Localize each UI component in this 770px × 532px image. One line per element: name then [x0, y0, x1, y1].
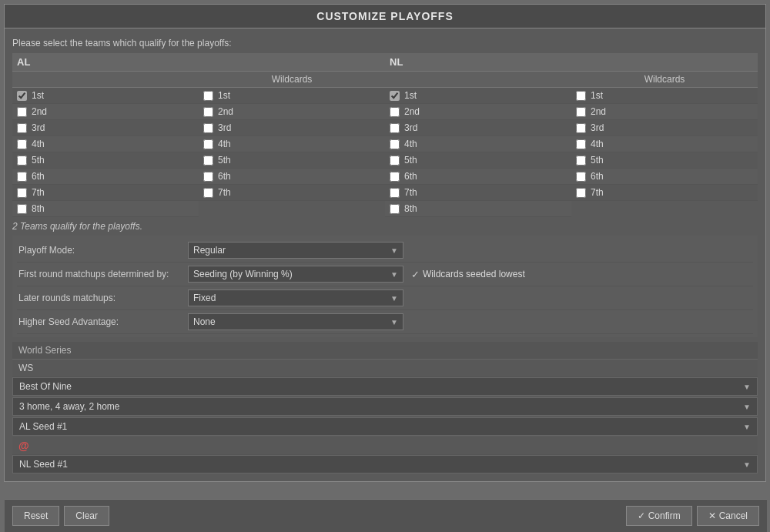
later-rounds-dropdown[interactable]: Fixed ▼ [188, 289, 403, 306]
playoff-mode-row: Playoff Mode: Regular ▼ [17, 239, 753, 263]
al-wc-row-5: 5th [199, 152, 385, 169]
chevron-down-icon: ▼ [743, 460, 751, 469]
al-wc-6th-checkbox[interactable] [203, 172, 213, 182]
higher-seed-label: Higher Seed Advantage: [18, 316, 188, 327]
al-wildcards-header: Wildcards [199, 72, 385, 88]
al-div-2nd-checkbox[interactable] [17, 107, 27, 117]
later-rounds-label: Later rounds matchups: [18, 293, 188, 303]
nl-division-row-6: 6th [385, 169, 571, 185]
clear-button[interactable]: Clear [64, 506, 109, 526]
al-div-3rd-checkbox[interactable] [17, 123, 27, 133]
chevron-down-icon: ▼ [390, 246, 398, 255]
nl-div-4th-checkbox[interactable] [390, 139, 400, 149]
world-series-abbr: WS [12, 360, 758, 377]
al-division-row-3: 3rd [12, 120, 199, 136]
world-series-section: World Series WS Best Of Nine ▼ 3 home, 4… [12, 342, 758, 473]
team1-value: AL Seed #1 [19, 421, 67, 432]
nl-wc-2nd-checkbox[interactable] [576, 107, 586, 117]
team2-dropdown[interactable]: NL Seed #1 ▼ [12, 455, 758, 473]
nl-division-row-2: 2nd [385, 104, 571, 120]
cancel-label: Cancel [719, 510, 748, 521]
first-round-dropdown[interactable]: Seeding (by Winning %) ▼ [188, 266, 403, 283]
nl-div-2nd-checkbox[interactable] [390, 107, 400, 117]
nl-div-5th-checkbox[interactable] [390, 156, 400, 166]
al-wc-row-1: 1st [199, 88, 385, 104]
al-wc-2nd-checkbox[interactable] [203, 107, 213, 117]
al-division-row-6: 6th [12, 169, 199, 185]
schedule-value: 3 home, 4 away, 2 home [19, 401, 120, 412]
nl-wc-7th-checkbox[interactable] [576, 188, 586, 198]
nl-div-3rd-checkbox[interactable] [390, 123, 400, 133]
wildcard-seeded-label: Wildcards seeded lowest [423, 269, 525, 279]
nl-div-7th-checkbox[interactable] [390, 188, 400, 198]
best-of-value: Best Of Nine [19, 381, 72, 392]
nl-division-row-8: 8th [385, 201, 571, 217]
al-wc-row-6: 6th [199, 169, 385, 185]
al-wc-7th-checkbox[interactable] [203, 188, 213, 198]
first-round-value: Seeding (by Winning %) [193, 269, 293, 279]
al-division-row-2: 2nd [12, 104, 199, 120]
chevron-down-icon: ▼ [743, 403, 751, 411]
reset-button[interactable]: Reset [12, 506, 59, 526]
nl-wc-3rd-checkbox[interactable] [576, 123, 586, 133]
higher-seed-row: Higher Seed Advantage: None ▼ [17, 310, 753, 334]
schedule-dropdown[interactable]: 3 home, 4 away, 2 home ▼ [12, 397, 758, 416]
higher-seed-dropdown[interactable]: None ▼ [188, 313, 403, 330]
al-div-5th-checkbox[interactable] [17, 156, 27, 166]
team2-value: NL Seed #1 [19, 459, 68, 470]
al-wc-row-3: 3rd [199, 120, 385, 136]
al-wc-row-2: 2nd [199, 104, 385, 120]
nl-wc-row-6: 6th [571, 169, 758, 185]
check-icon: ✓ [411, 269, 420, 280]
qualify-count: 2 Teams qualify for the playoffs. [12, 217, 758, 234]
al-div-4th-checkbox[interactable] [17, 139, 27, 149]
nl-league-header: NL [385, 53, 758, 72]
team1-dropdown[interactable]: AL Seed #1 ▼ [12, 417, 758, 436]
al-wc-5th-checkbox[interactable] [203, 156, 213, 166]
nl-wc-6th-checkbox[interactable] [576, 172, 586, 182]
nl-wc-1st-checkbox[interactable] [576, 91, 586, 101]
al-wc-1st-checkbox[interactable] [203, 91, 213, 101]
al-div-6th-checkbox[interactable] [17, 172, 27, 182]
nl-wc-row-2: 2nd [571, 104, 758, 120]
wildcard-seeded-option[interactable]: ✓ Wildcards seeded lowest [411, 269, 525, 280]
al-wc-row-7: 7th [199, 185, 385, 201]
nl-wc-row-7: 7th [571, 185, 758, 201]
nl-wc-row-4: 4th [571, 136, 758, 152]
al-division-row-8: 8th [12, 201, 199, 217]
al-wc-4th-checkbox[interactable] [203, 139, 213, 149]
chevron-down-icon: ▼ [743, 423, 751, 431]
al-div-7th-checkbox[interactable] [17, 188, 27, 198]
nl-wildcards-header: Wildcards [571, 72, 758, 88]
nl-div-1st-checkbox[interactable] [390, 91, 400, 101]
al-division-row-1: 1st [12, 88, 199, 104]
footer: Reset Clear ✓ Confirm ✕ Cancel [5, 499, 767, 532]
al-league-header: AL [12, 53, 385, 72]
al-division-row-5: 5th [12, 152, 199, 169]
first-round-row: First round matchups determined by: Seed… [17, 263, 753, 286]
confirm-button[interactable]: ✓ Confirm [626, 506, 692, 526]
al-wc-3rd-checkbox[interactable] [203, 123, 213, 133]
al-div-8th-checkbox[interactable] [17, 204, 27, 214]
nl-div-6th-checkbox[interactable] [390, 172, 400, 182]
nl-division-row-1: 1st [385, 88, 571, 104]
cancel-button[interactable]: ✕ Cancel [697, 506, 759, 526]
nl-wc-5th-checkbox[interactable] [576, 156, 586, 166]
nl-div-8th-checkbox[interactable] [390, 204, 400, 214]
playoff-mode-value: Regular [193, 245, 226, 256]
nl-division-row-7: 7th [385, 185, 571, 201]
chevron-down-icon: ▼ [743, 383, 751, 391]
al-div-1st-checkbox[interactable] [17, 91, 27, 101]
playoff-mode-label: Playoff Mode: [18, 245, 188, 256]
higher-seed-value: None [193, 316, 216, 327]
nl-wc-4th-checkbox[interactable] [576, 139, 586, 149]
at-symbol: @ [12, 437, 758, 455]
nl-division-row-3: 3rd [385, 120, 571, 136]
best-of-dropdown[interactable]: Best Of Nine ▼ [12, 377, 758, 396]
nl-wc-row-3: 3rd [571, 120, 758, 136]
later-rounds-value: Fixed [193, 293, 216, 303]
al-wc-row-4: 4th [199, 136, 385, 152]
first-round-label: First round matchups determined by: [18, 269, 188, 279]
dialog-title: CUSTOMIZE PLAYOFFS [5, 5, 765, 28]
playoff-mode-dropdown[interactable]: Regular ▼ [188, 242, 403, 259]
